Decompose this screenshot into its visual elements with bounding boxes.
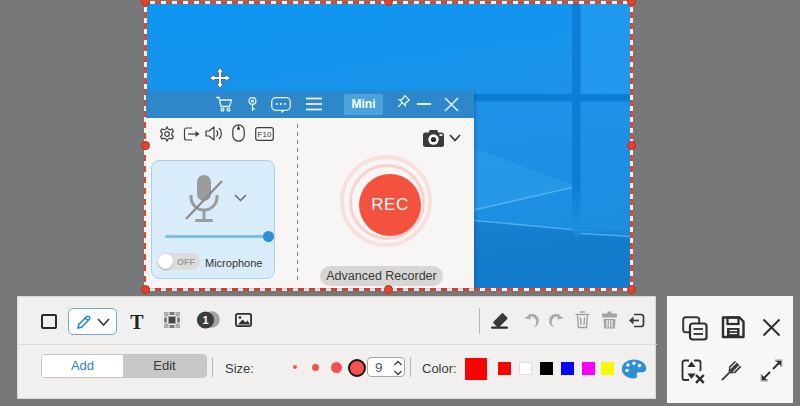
- svg-text:F10: F10: [258, 130, 272, 139]
- svg-text:1: 1: [202, 314, 208, 326]
